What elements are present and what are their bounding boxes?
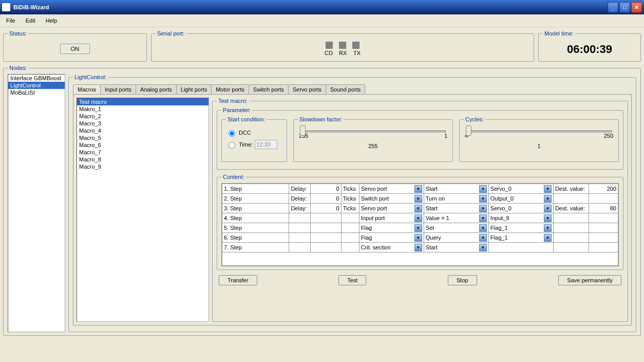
chevron-down-icon[interactable]: ▼ bbox=[544, 185, 552, 193]
action-dropdown[interactable]: Value = 1▼ bbox=[426, 214, 487, 222]
transfer-button[interactable]: Transfer bbox=[219, 275, 257, 285]
time-radio[interactable] bbox=[229, 142, 235, 149]
chevron-down-icon[interactable]: ▼ bbox=[544, 205, 552, 212]
stop-button[interactable]: Stop bbox=[448, 275, 477, 285]
chevron-down-icon[interactable]: ▼ bbox=[414, 244, 422, 251]
tab[interactable]: Servo ports bbox=[288, 84, 326, 94]
macro-item[interactable]: Test macro bbox=[77, 98, 209, 105]
cycles-thumb[interactable] bbox=[466, 125, 471, 136]
dcc-label: DCC bbox=[239, 130, 251, 136]
time-input[interactable] bbox=[255, 140, 277, 149]
port-dropdown[interactable]: Input port▼ bbox=[361, 214, 422, 222]
target-dropdown[interactable]: Input_9▼ bbox=[490, 214, 552, 222]
dest-label bbox=[553, 233, 589, 243]
tx-label: TX bbox=[353, 50, 361, 56]
macro-item[interactable]: Macro_3 bbox=[77, 120, 209, 127]
chevron-down-icon[interactable]: ▼ bbox=[479, 195, 487, 203]
test-button[interactable]: Test bbox=[338, 275, 366, 285]
chevron-down-icon[interactable]: ▼ bbox=[544, 234, 552, 242]
node-item[interactable]: Interface GBMBoost bbox=[8, 75, 65, 82]
target-dropdown[interactable]: Servo_0▼ bbox=[490, 185, 552, 193]
chevron-down-icon[interactable]: ▼ bbox=[414, 195, 422, 203]
save-button[interactable]: Save permanently bbox=[558, 275, 621, 285]
dcc-radio[interactable] bbox=[229, 130, 235, 137]
tab[interactable]: Switch ports bbox=[249, 84, 289, 94]
delay-input[interactable]: 0 bbox=[310, 184, 341, 194]
macro-item[interactable]: Macro_2 bbox=[77, 113, 209, 120]
chevron-down-icon[interactable]: ▼ bbox=[544, 224, 552, 232]
chevron-down-icon[interactable]: ▼ bbox=[414, 205, 422, 212]
chevron-down-icon[interactable]: ▼ bbox=[479, 214, 487, 222]
tab[interactable]: Macros bbox=[73, 84, 101, 94]
tab[interactable]: Sound ports bbox=[326, 84, 365, 94]
delay-input[interactable]: 0 bbox=[310, 194, 341, 204]
action-dropdown[interactable]: Query▼ bbox=[426, 233, 487, 242]
node-item[interactable]: MoBaLiSt bbox=[8, 89, 65, 96]
chevron-down-icon[interactable]: ▼ bbox=[544, 195, 552, 203]
port-dropdown[interactable]: Flag▼ bbox=[361, 233, 422, 242]
macro-item[interactable]: Makro_1 bbox=[77, 105, 209, 113]
port-dropdown[interactable]: Servo port▼ bbox=[361, 204, 422, 212]
port-dropdown[interactable]: Crit. section▼ bbox=[361, 243, 422, 251]
cycles-center: 1 bbox=[464, 143, 614, 149]
macro-item[interactable]: Macro_6 bbox=[77, 141, 209, 149]
tab[interactable]: Input ports bbox=[100, 84, 136, 94]
chevron-down-icon[interactable]: ▼ bbox=[414, 214, 422, 222]
menu-file[interactable]: File bbox=[4, 16, 17, 25]
delay-input bbox=[310, 213, 341, 223]
chevron-down-icon[interactable]: ▼ bbox=[479, 234, 487, 242]
macro-item[interactable]: Macro_5 bbox=[77, 134, 209, 141]
chevron-down-icon[interactable]: ▼ bbox=[414, 185, 422, 193]
macro-item[interactable]: Macro_8 bbox=[77, 156, 209, 163]
macro-item[interactable]: Macro_9 bbox=[77, 163, 209, 170]
nodes-fieldset: Nodes: Interface GBMBoostLightControlMoB… bbox=[3, 65, 641, 336]
tab[interactable]: Motor ports bbox=[211, 84, 249, 94]
target-dropdown[interactable]: Output_0▼ bbox=[490, 194, 552, 203]
dest-input[interactable]: 200 bbox=[589, 184, 618, 194]
chevron-down-icon[interactable]: ▼ bbox=[479, 205, 487, 212]
on-button[interactable]: ON bbox=[60, 44, 90, 54]
node-item[interactable]: LightControl bbox=[8, 82, 65, 89]
tab[interactable]: Analog ports bbox=[136, 84, 177, 94]
action-dropdown[interactable]: Set▼ bbox=[426, 224, 487, 232]
chevron-down-icon[interactable]: ▼ bbox=[479, 185, 487, 193]
action-dropdown[interactable]: Start▼ bbox=[426, 204, 487, 212]
delay-label bbox=[289, 223, 311, 233]
macro-item[interactable]: Macro_4 bbox=[77, 127, 209, 134]
content-table: 1. StepDelay:0TicksServo port▼Start▼Serv… bbox=[221, 183, 619, 266]
step-cell: 7. Step bbox=[222, 243, 289, 252]
step-cell: 5. Step bbox=[222, 223, 289, 233]
chevron-down-icon[interactable]: ▼ bbox=[479, 224, 487, 232]
nodes-list[interactable]: Interface GBMBoostLightControlMoBaLiSt bbox=[8, 74, 65, 332]
parameter-legend: Parameter: bbox=[221, 107, 252, 113]
target-dropdown[interactable]: Flag_1▼ bbox=[490, 233, 552, 242]
delay-label: Delay: bbox=[289, 194, 311, 204]
chevron-down-icon[interactable]: ▼ bbox=[414, 224, 422, 232]
port-dropdown[interactable]: Switch port▼ bbox=[361, 194, 422, 203]
macro-list[interactable]: Test macroMakro_1Macro_2Macro_3Macro_4Ma… bbox=[77, 98, 209, 322]
target-dropdown[interactable]: Servo_0▼ bbox=[490, 204, 552, 212]
tab[interactable]: Light ports bbox=[176, 84, 212, 94]
menu-help[interactable]: Help bbox=[44, 16, 60, 25]
delay-input bbox=[310, 233, 341, 243]
chevron-down-icon[interactable]: ▼ bbox=[479, 244, 487, 251]
window-title: BiDiB-Wizard bbox=[13, 4, 608, 10]
action-dropdown[interactable]: Turn on▼ bbox=[426, 194, 487, 203]
menu-edit[interactable]: Edit bbox=[24, 16, 37, 25]
maximize-button[interactable]: □ bbox=[619, 2, 630, 13]
chevron-down-icon[interactable]: ▼ bbox=[414, 234, 422, 242]
chevron-down-icon[interactable]: ▼ bbox=[544, 214, 552, 222]
action-dropdown[interactable]: Start▼ bbox=[426, 185, 487, 193]
action-dropdown[interactable]: Start▼ bbox=[426, 243, 487, 251]
port-dropdown[interactable]: Flag▼ bbox=[361, 224, 422, 232]
target-dropdown[interactable]: Flag_1▼ bbox=[490, 224, 552, 232]
close-button[interactable]: ✕ bbox=[631, 2, 642, 13]
macro-item[interactable]: Macro_7 bbox=[77, 149, 209, 156]
delay-input[interactable]: 0 bbox=[310, 204, 341, 213]
dest-input[interactable]: 80 bbox=[589, 204, 618, 213]
slowdown-thumb[interactable] bbox=[300, 125, 306, 136]
cycles-max: 250 bbox=[604, 133, 613, 139]
dest-input bbox=[589, 194, 618, 204]
minimize-button[interactable]: _ bbox=[608, 2, 618, 13]
port-dropdown[interactable]: Servo port▼ bbox=[361, 185, 422, 193]
